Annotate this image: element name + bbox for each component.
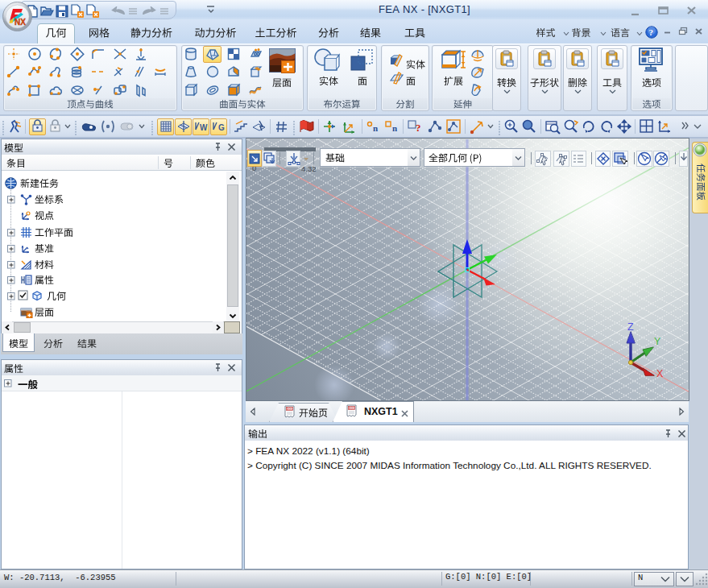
svg-text:NX: NX: [14, 18, 26, 27]
